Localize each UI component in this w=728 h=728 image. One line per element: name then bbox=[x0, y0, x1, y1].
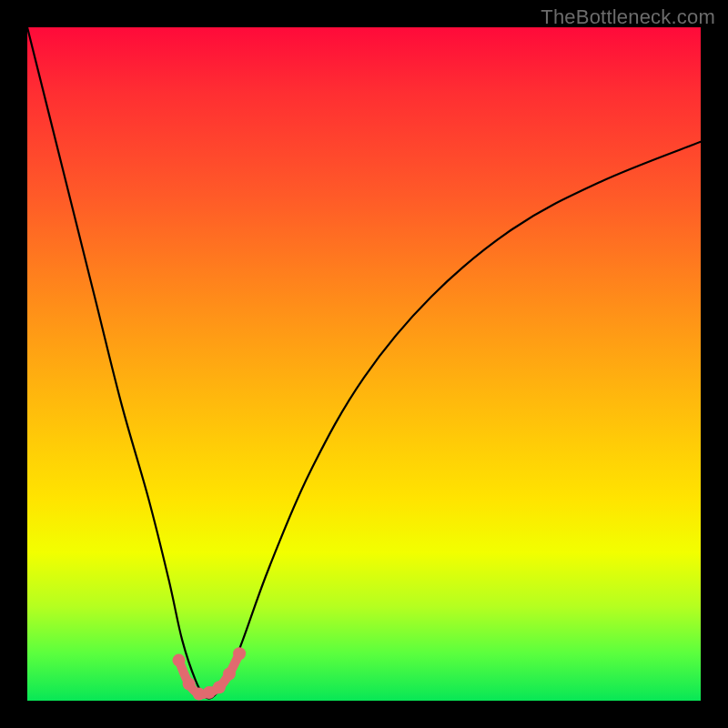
fit-marker bbox=[183, 678, 196, 691]
curve-layer bbox=[27, 27, 701, 701]
bottleneck-curve bbox=[27, 27, 701, 699]
chart-frame: TheBottleneck.com bbox=[0, 0, 728, 728]
fit-marker bbox=[223, 667, 236, 680]
fit-marker-group bbox=[173, 647, 247, 700]
fit-marker bbox=[233, 647, 246, 660]
fit-marker bbox=[213, 681, 226, 693]
watermark-text: TheBottleneck.com bbox=[541, 5, 715, 29]
plot-area bbox=[27, 27, 701, 701]
fit-marker bbox=[173, 654, 186, 667]
